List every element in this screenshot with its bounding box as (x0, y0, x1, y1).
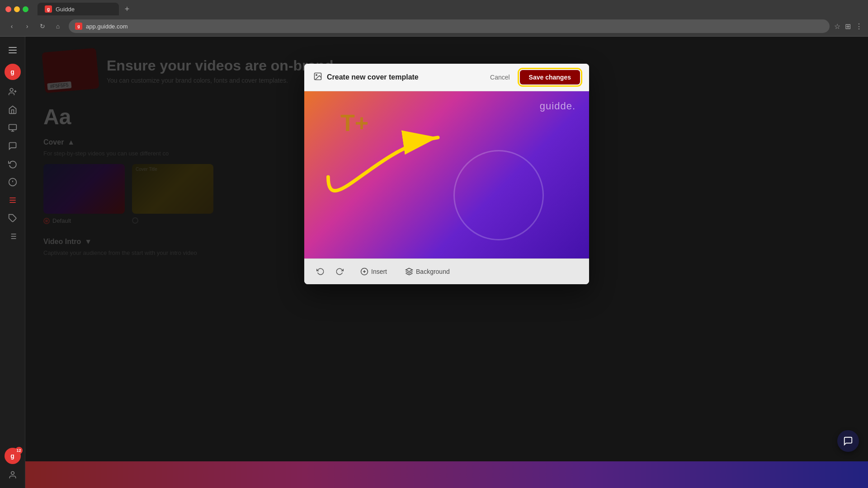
chat-support-button[interactable] (837, 430, 859, 452)
address-bar-row: ‹ › ↻ ⌂ g app.guidde.com ☆ ⊞ ⋮ (0, 18, 868, 36)
sidebar-item-chat[interactable] (5, 138, 21, 154)
close-button[interactable] (5, 6, 11, 12)
svg-point-0 (10, 89, 13, 92)
avatar[interactable]: g (5, 64, 21, 80)
canvas-logo[interactable]: guidde. (540, 100, 576, 112)
sidebar-item-message[interactable] (5, 174, 21, 190)
bookmark-icon[interactable]: ☆ (834, 22, 840, 31)
cancel-button[interactable]: Cancel (485, 71, 515, 84)
tab-label: Guidde (56, 6, 75, 13)
extensions-icon[interactable]: ⊞ (845, 22, 851, 31)
canvas-background: T+ guidde. (304, 91, 589, 258)
sidebar-item-puzzle[interactable] (5, 210, 21, 226)
site-favicon: g (75, 23, 82, 30)
main-content: #F5F5F5 Ensure your videos are on-brand … (25, 37, 868, 488)
notifications-button[interactable]: g 12 (5, 449, 21, 465)
menu-line (9, 50, 17, 51)
modal-title: Create new cover template (327, 73, 419, 81)
save-changes-button[interactable]: Save changes (520, 70, 580, 84)
browser-chrome: g Guidde + ‹ › ↻ ⌂ g app.guidde.com ☆ ⊞ … (0, 0, 868, 37)
modal-actions: Cancel Save changes (485, 70, 580, 84)
fullscreen-button[interactable] (23, 6, 28, 12)
sidebar-item-home[interactable] (5, 102, 21, 118)
sidebar-item-list[interactable] (5, 228, 21, 244)
svg-point-19 (11, 472, 14, 475)
insert-label: Insert (371, 268, 387, 275)
app-layout: g (0, 37, 868, 488)
title-bar: g Guidde + (0, 0, 868, 18)
nav-buttons: ‹ › ↻ ⌂ (5, 20, 64, 33)
forward-button[interactable]: › (21, 20, 33, 33)
modal-title-area: Create new cover template (313, 72, 419, 83)
insert-button[interactable]: Insert (356, 265, 392, 278)
refresh-button[interactable]: ↻ (36, 20, 49, 33)
sidebar-bottom: g 12 (5, 449, 21, 483)
svg-point-21 (316, 74, 317, 75)
sidebar-item-video[interactable] (5, 120, 21, 136)
menu-line (9, 52, 17, 53)
sidebar: g (0, 37, 25, 488)
traffic-lights (5, 6, 28, 12)
canvas-text-element[interactable]: T+ (340, 109, 368, 136)
modal-overlay[interactable]: Create new cover template Cancel Save ch… (25, 37, 868, 488)
canvas-toolbar: Insert Background (304, 258, 589, 284)
tab-favicon: g (45, 5, 52, 13)
minimize-button[interactable] (14, 6, 20, 12)
canvas-area: T+ guidde. (304, 91, 589, 258)
browser-tab[interactable]: g Guidde (38, 3, 119, 15)
sidebar-item-tools[interactable] (5, 192, 21, 208)
home-button[interactable]: ⌂ (52, 20, 64, 33)
svg-rect-3 (9, 125, 16, 130)
modal-dialog: Create new cover template Cancel Save ch… (304, 64, 589, 284)
new-tab-button[interactable]: + (121, 3, 133, 15)
canvas-circle-element (453, 150, 544, 240)
undo-button[interactable] (313, 264, 328, 279)
toolbar-history (313, 264, 347, 279)
redo-button[interactable] (332, 264, 347, 279)
image-icon (313, 72, 322, 83)
back-button[interactable]: ‹ (5, 20, 18, 33)
menu-line (9, 47, 17, 48)
modal-header: Create new cover template Cancel Save ch… (304, 64, 589, 91)
user-profile-button[interactable] (5, 467, 21, 483)
menu-icon[interactable]: ⋮ (855, 22, 863, 31)
sidebar-item-add-user[interactable] (5, 84, 21, 100)
notification-badge: 12 (15, 447, 23, 454)
address-text: app.guidde.com (86, 23, 128, 30)
background-label: Background (416, 268, 450, 275)
sidebar-item-refresh[interactable] (5, 156, 21, 172)
menu-button[interactable] (5, 42, 21, 58)
address-bar[interactable]: g app.guidde.com (69, 19, 830, 33)
background-button[interactable]: Background (401, 265, 454, 278)
tab-bar: g Guidde + (38, 3, 133, 15)
browser-actions: ☆ ⊞ ⋮ (834, 22, 863, 31)
